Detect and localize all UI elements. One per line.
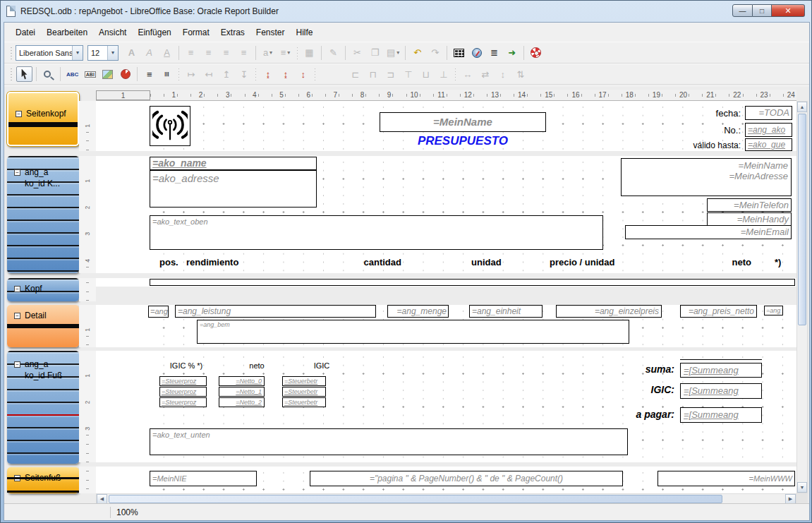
scroll-left-icon[interactable]: ◀ [97, 494, 107, 504]
report-navigator-icon[interactable] [468, 45, 485, 61]
column-header-unidad[interactable]: unidad [471, 257, 502, 267]
sidebar-section-group-header[interactable]: −ang_a ko_id K... [7, 156, 79, 273]
column-header-neto[interactable]: neto [714, 257, 751, 267]
suma-label[interactable]: suma: [618, 363, 674, 375]
execute-report-icon[interactable]: ➜ [504, 45, 520, 61]
field-no[interactable]: =ang_ako [745, 123, 792, 137]
igic-pct-header[interactable]: IGIC % *) [164, 361, 209, 370]
copy-icon[interactable]: ❐ [367, 45, 383, 61]
menu-item[interactable]: Extras [215, 25, 250, 40]
shrink-section-icon[interactable]: ≡ [141, 66, 157, 82]
insert-chart-icon[interactable] [117, 66, 133, 82]
field-ang-menge[interactable]: =ang_menge [387, 305, 449, 318]
column-header-cantidad[interactable]: cantidad [361, 257, 401, 267]
alignment-icon[interactable]: ⊓ [365, 66, 381, 82]
font-color-icon[interactable]: a▾ [260, 45, 276, 61]
vertical-scrollbar[interactable]: ▲ ▼ [796, 101, 808, 493]
menu-item[interactable]: Einfügen [132, 25, 176, 40]
paste-icon[interactable]: ▤▾ [384, 45, 401, 61]
neto-header[interactable]: neto [240, 361, 274, 370]
column-header-pos[interactable]: pos. [159, 257, 178, 267]
object-resize-icon[interactable]: ↤ [200, 66, 217, 82]
alignment-icon[interactable]: ⊔ [418, 66, 434, 82]
menu-item[interactable]: Ansicht [93, 25, 132, 40]
fit-size-icon[interactable]: ↕ [295, 66, 311, 82]
sidebar-section-detail[interactable]: −Detail [7, 305, 79, 347]
underline-icon[interactable]: A [159, 45, 175, 61]
chevron-down-icon[interactable]: ▾ [107, 46, 118, 60]
menu-item[interactable]: Datei [10, 25, 41, 40]
field-steuerbetr[interactable]: =Steuerbetr [282, 376, 326, 386]
field-suma[interactable]: =[Summeang [680, 363, 762, 378]
scroll-right-icon[interactable]: ▶ [785, 494, 796, 504]
field-mein-telefon[interactable]: =MeinTelefon [707, 198, 792, 212]
align-center-icon[interactable]: ≡ [200, 45, 217, 61]
bold-icon[interactable]: A [123, 45, 140, 61]
distribute-icon[interactable]: ↔ [459, 66, 475, 82]
field-steuerproz[interactable]: =Steuerproz [159, 376, 207, 386]
alignment-icon[interactable]: ⊐ [382, 66, 399, 82]
field-steuerproz[interactable]: =Steuerproz [159, 397, 207, 407]
valido-hasta-label[interactable]: válido hasta: [680, 140, 741, 150]
insert-image-icon[interactable] [99, 66, 116, 82]
field-netto[interactable]: =Netto_2 [219, 397, 265, 407]
canvas-page-header[interactable]: =MeinName PRESUPUESTO fecha: =TODA No.: … [96, 101, 796, 151]
column-header-star[interactable]: *) [775, 257, 781, 267]
field-ang-small[interactable]: =ang_ [764, 306, 783, 315]
toolbar-grip[interactable] [9, 67, 13, 81]
redo-icon[interactable]: ↷ [427, 45, 443, 61]
menu-item[interactable]: Fenster [250, 25, 291, 40]
object-resize-icon[interactable]: ↧ [236, 66, 252, 82]
align-justify-icon[interactable]: ≡ [236, 45, 252, 61]
field-ako-name[interactable]: =ako_name [150, 157, 317, 170]
field-mein-nie[interactable]: =MeinNIE [150, 471, 257, 486]
field-ang-preis-netto[interactable]: =ang_preis_netto [680, 305, 757, 318]
igic-label[interactable]: IGIC: [618, 384, 674, 395]
field-steuerbetr[interactable]: =Steuerbetr [282, 397, 326, 407]
fit-size-icon[interactable]: ↨ [260, 66, 276, 82]
close-button[interactable]: ✕ [772, 4, 805, 17]
igic-header[interactable]: IGIC [305, 361, 339, 370]
text-box-icon[interactable]: ABI [82, 66, 98, 82]
field-igic[interactable]: =[Summeang [680, 383, 762, 399]
field-ang-einheit[interactable]: =ang_einheit [469, 305, 543, 318]
field-netto[interactable]: =Netto_1 [219, 387, 265, 397]
add-field-icon[interactable] [451, 45, 467, 61]
label-field-icon[interactable]: ABC [64, 66, 80, 82]
sidebar-section-kopf[interactable]: −Kopf [7, 278, 79, 301]
title-bar[interactable]: REDSQL.odb : repAngebot - LibreOffice Ba… [1, 1, 811, 22]
sidebar-section-group-footer[interactable]: −ang_a ko_id Fuß [7, 351, 79, 464]
chevron-down-icon[interactable]: ▾ [72, 46, 83, 60]
field-ang-po[interactable]: =ang_po [148, 306, 169, 318]
kopf-empty-box[interactable] [150, 279, 795, 286]
field-ako-text-unten[interactable]: =ako_text_unten [150, 428, 628, 455]
distribute-icon[interactable]: ↕ [495, 66, 511, 82]
menu-item[interactable]: Hilfe [291, 25, 319, 40]
zoom-level[interactable]: 100% [116, 507, 138, 517]
object-resize-icon[interactable]: ↥ [218, 66, 234, 82]
field-ang-leistung[interactable]: =ang_leistung [175, 305, 376, 318]
canvas-kopf[interactable] [96, 278, 796, 301]
sidebar-section-page-header[interactable]: −Seitenkopf [7, 92, 79, 146]
canvas-page-footer[interactable]: =MeinNIE ="pagina " & PageNumber() & " d… [96, 467, 796, 493]
field-ang-einzelpreis[interactable]: =ang_einzelpreis [556, 305, 662, 318]
column-header-rendimiento[interactable]: rendimiento [186, 257, 238, 267]
field-fecha[interactable]: =TODA [745, 106, 792, 120]
field-steuerbetr[interactable]: =Steuerbetr [282, 387, 326, 397]
presupuesto-title[interactable]: PRESUPUESTO [380, 134, 546, 148]
toolbar-grip[interactable] [9, 46, 13, 60]
field-mein-www[interactable]: =MeinWWW [658, 471, 795, 486]
scroll-down-icon[interactable]: ▼ [797, 482, 807, 493]
vertical-scroll-thumb[interactable] [798, 114, 806, 325]
sidebar-section-page-footer[interactable]: −Seitenfuß [7, 467, 79, 493]
no-label[interactable]: No.: [681, 125, 741, 136]
column-header-precio-unidad[interactable]: precio / unidad [550, 257, 614, 267]
object-resize-icon[interactable]: ↦ [183, 66, 199, 82]
font-size-combo[interactable]: 12 ▾ [87, 45, 119, 61]
logo-antenna-image[interactable] [150, 106, 190, 146]
cut-icon[interactable]: ✂ [349, 45, 365, 61]
scroll-up-icon[interactable]: ▲ [797, 102, 807, 112]
italic-icon[interactable]: A [141, 45, 157, 61]
paragraph-style-icon[interactable]: ≡▾ [277, 45, 293, 61]
maximize-button[interactable]: □ [753, 4, 772, 17]
